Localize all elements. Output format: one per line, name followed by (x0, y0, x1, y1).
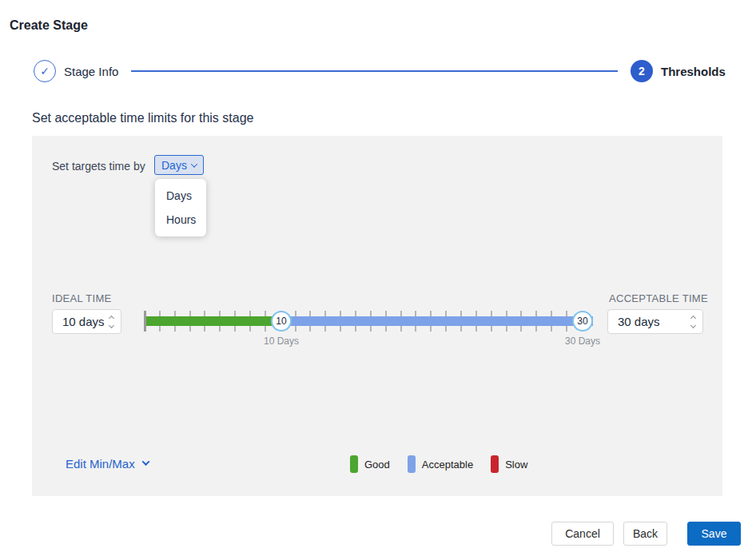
legend-label: Acceptable (422, 459, 473, 471)
create-stage-page: Create Stage ✓ Stage Info 2 Thresholds S… (0, 0, 756, 556)
ideal-time-value: 10 days (62, 315, 105, 328)
good-swatch-icon (350, 455, 358, 473)
legend-item-acceptable: Acceptable (408, 455, 473, 473)
slider-handle-acceptable-value: 30 (577, 316, 587, 327)
edit-minmax-link[interactable]: Edit Min/Max (66, 457, 149, 471)
ideal-time-input[interactable]: 10 days (52, 309, 121, 334)
back-button[interactable]: Back (623, 522, 667, 546)
legend-item-good: Good (350, 455, 390, 473)
slider-good-segment (146, 316, 281, 326)
stepper-connector (131, 70, 618, 72)
check-icon: ✓ (40, 65, 50, 77)
section-heading: Set acceptable time limits for this stag… (32, 111, 253, 125)
slow-swatch-icon (491, 455, 499, 473)
page-title: Create Stage (10, 18, 88, 33)
step-number-badge: 2 (639, 65, 645, 77)
legend-item-slow: Slow (491, 455, 527, 473)
menu-item-hours[interactable]: Hours (155, 208, 206, 232)
step-label-stage-info: Stage Info (64, 65, 118, 78)
legend-label: Slow (505, 459, 527, 471)
acceptable-time-label: ACCEPTABLE TIME (609, 292, 708, 304)
slider-label-ideal: 10 Days (264, 336, 299, 347)
save-button[interactable]: Save (687, 522, 741, 546)
slider-handle-acceptable[interactable]: 30 (572, 311, 593, 332)
slider-label-acceptable: 30 Days (565, 336, 600, 347)
thresholds-panel: Set targets time by Days Days Hours IDEA… (32, 136, 722, 496)
time-range-slider[interactable]: 10 30 10 Days 30 Days (144, 311, 596, 332)
menu-item-days[interactable]: Days (155, 184, 206, 208)
stepper-step-stage-info[interactable]: ✓ (34, 60, 56, 82)
slider-handle-ideal-value: 10 (276, 316, 286, 327)
acceptable-swatch-icon (408, 455, 416, 473)
stepper-up-icon[interactable] (690, 315, 696, 320)
slider-handle-ideal[interactable]: 10 (271, 311, 292, 332)
time-unit-menu: Days Hours (155, 179, 206, 236)
slider-legend: Good Acceptable Slow (350, 455, 527, 473)
stepper-down-icon[interactable] (109, 322, 114, 328)
slider-acceptable-segment (281, 316, 593, 326)
chevron-down-icon (141, 458, 149, 466)
acceptable-time-input[interactable]: 30 days (607, 309, 703, 334)
stepper-down-icon[interactable] (690, 322, 696, 328)
chevron-down-icon (191, 161, 197, 167)
targets-label: Set targets time by (52, 160, 145, 173)
acceptable-time-stepper (691, 316, 695, 328)
stepper-up-icon[interactable] (109, 315, 114, 320)
time-unit-dropdown[interactable]: Days (154, 155, 204, 175)
step-label-thresholds: Thresholds (661, 65, 726, 78)
ideal-time-label: IDEAL TIME (52, 292, 112, 304)
ideal-time-stepper (109, 316, 113, 328)
legend-label: Good (364, 459, 390, 471)
acceptable-time-value: 30 days (618, 315, 660, 328)
stepper-step-thresholds[interactable]: 2 (631, 60, 653, 82)
edit-minmax-label: Edit Min/Max (66, 457, 135, 471)
cancel-button[interactable]: Cancel (551, 522, 614, 546)
time-unit-value: Days (161, 159, 187, 172)
